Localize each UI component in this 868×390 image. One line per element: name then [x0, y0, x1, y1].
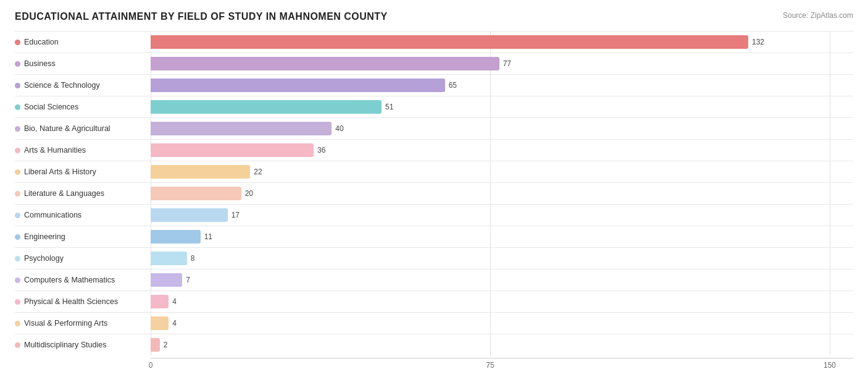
bar-label-text: Arts & Humanities: [24, 146, 86, 155]
bar-value-label: 8: [191, 254, 195, 263]
bar-value-label: 65: [449, 81, 457, 90]
bar-track: 4: [151, 291, 853, 312]
chart-area: Education132Business77Science & Technolo…: [15, 31, 853, 355]
bar-fill: [151, 338, 160, 352]
bar-fill: [151, 316, 169, 330]
bar-label: Arts & Humanities: [15, 146, 151, 155]
bar-label: Business: [15, 59, 151, 68]
bar-label-text: Psychology: [24, 254, 64, 263]
bar-value-label: 132: [752, 38, 764, 46]
chart-title: EDUCATIONAL ATTAINMENT BY FIELD OF STUDY…: [15, 11, 388, 22]
bar-track: 7: [151, 269, 853, 290]
bar-value-label: 11: [204, 232, 212, 241]
bar-value-label: 51: [385, 103, 393, 111]
bar-row: Education132: [15, 31, 853, 53]
bar-dot: [15, 40, 20, 45]
bar-value-label: 4: [172, 319, 177, 328]
bar-label: Psychology: [15, 254, 151, 263]
bar-label: Liberal Arts & History: [15, 167, 151, 176]
bar-label-text: Computers & Mathematics: [24, 276, 115, 284]
bar-fill: [151, 295, 169, 308]
bar-dot: [15, 61, 20, 67]
bar-label-text: Multidisciplinary Studies: [24, 341, 106, 349]
bar-dot: [15, 169, 20, 175]
bar-label: Communications: [15, 211, 151, 219]
bar-fill: [151, 187, 241, 200]
bar-row: Literature & Languages20: [15, 182, 853, 204]
bar-fill: [151, 230, 201, 244]
bar-fill: [151, 208, 228, 222]
bar-fill: [151, 100, 382, 114]
bar-value-label: 40: [335, 124, 343, 133]
bar-value-label: 77: [503, 59, 511, 68]
bar-track: 2: [151, 334, 853, 355]
bar-label: Social Sciences: [15, 103, 151, 111]
bar-track: 4: [151, 313, 853, 334]
bar-value-label: 20: [245, 189, 253, 198]
bar-label: Computers & Mathematics: [15, 276, 151, 284]
bar-label-text: Business: [24, 59, 56, 68]
bar-fill: [151, 57, 499, 70]
chart-container: EDUCATIONAL ATTAINMENT BY FIELD OF STUDY…: [0, 0, 868, 390]
bar-dot: [15, 256, 20, 261]
bar-label: Multidisciplinary Studies: [15, 341, 151, 349]
bar-label: Visual & Performing Arts: [15, 319, 151, 328]
bar-dot: [15, 234, 20, 240]
bar-label-text: Science & Technology: [24, 81, 100, 90]
bar-label: Physical & Health Sciences: [15, 297, 151, 306]
bar-track: 17: [151, 205, 853, 226]
bar-dot: [15, 213, 20, 218]
bar-value-label: 22: [254, 167, 262, 176]
bar-fill: [151, 165, 250, 179]
bar-value-label: 7: [186, 276, 190, 284]
bar-label: Engineering: [15, 232, 151, 241]
bar-row: Computers & Mathematics7: [15, 269, 853, 290]
bar-label-text: Literature & Languages: [24, 189, 104, 198]
bar-value-label: 17: [232, 211, 240, 219]
bar-track: 36: [151, 140, 853, 161]
bar-track: 65: [151, 75, 853, 96]
bar-row: Multidisciplinary Studies2: [15, 334, 853, 355]
bar-dot: [15, 278, 20, 283]
bar-dot: [15, 342, 20, 348]
bar-fill: [151, 35, 748, 49]
bar-track: 40: [151, 118, 853, 139]
bar-label-text: Communications: [24, 211, 81, 219]
x-axis-tick: 75: [486, 361, 494, 370]
chart-source: Source: ZipAtlas.com: [783, 11, 853, 20]
bar-row: Liberal Arts & History22: [15, 161, 853, 182]
x-axis-tick: 0: [149, 361, 153, 370]
x-axis-tick: 150: [824, 361, 836, 370]
bar-value-label: 36: [317, 146, 325, 155]
bar-fill: [151, 273, 182, 287]
bar-dot: [15, 321, 20, 326]
bar-row: Physical & Health Sciences4: [15, 290, 853, 312]
bar-value-label: 2: [164, 341, 168, 349]
bar-row: Visual & Performing Arts4: [15, 312, 853, 334]
chart-header: EDUCATIONAL ATTAINMENT BY FIELD OF STUDY…: [15, 11, 853, 22]
bar-dot: [15, 148, 20, 153]
bar-dot: [15, 191, 20, 197]
bar-track: 11: [151, 226, 853, 247]
bar-label: Literature & Languages: [15, 189, 151, 198]
bar-label-text: Bio, Nature & Agricultural: [24, 124, 111, 133]
bar-track: 20: [151, 183, 853, 204]
bar-value-label: 4: [172, 297, 177, 306]
bar-label-text: Engineering: [24, 232, 65, 241]
bar-track: 51: [151, 96, 853, 117]
bar-label-text: Social Sciences: [24, 103, 78, 111]
bar-row: Social Sciences51: [15, 96, 853, 117]
bar-fill: [151, 122, 332, 135]
bar-label-text: Education: [24, 38, 59, 46]
bar-row: Communications17: [15, 204, 853, 226]
bar-label: Education: [15, 38, 151, 46]
bar-dot: [15, 104, 20, 110]
bar-label-text: Physical & Health Sciences: [24, 297, 118, 306]
bar-row: Arts & Humanities36: [15, 139, 853, 161]
bar-fill: [151, 143, 314, 157]
bar-track: 22: [151, 161, 853, 182]
bar-track: 77: [151, 53, 853, 74]
bar-track: 132: [151, 32, 853, 53]
bar-dot: [15, 83, 20, 88]
bar-label: Science & Technology: [15, 81, 151, 90]
